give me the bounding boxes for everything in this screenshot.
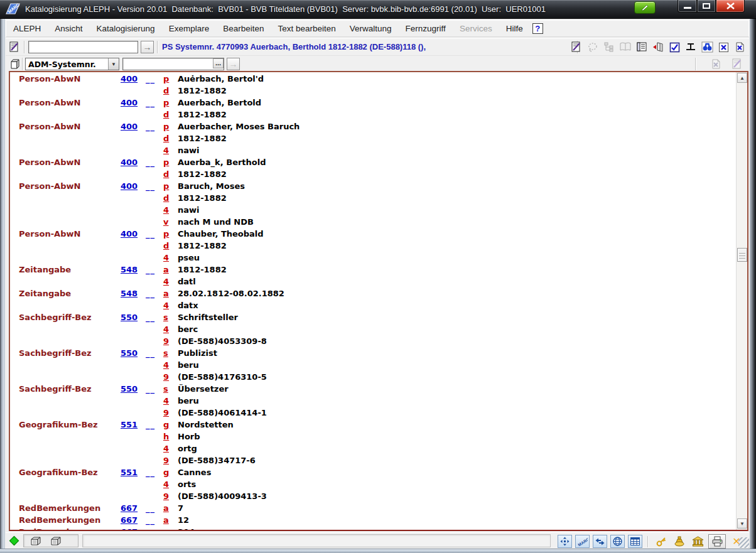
- marc-mode-button[interactable]: MARC: [575, 535, 590, 548]
- printer-button[interactable]: [708, 534, 726, 549]
- subfield-value[interactable]: berc: [178, 323, 736, 335]
- field-tag-link[interactable]: 400: [121, 156, 146, 168]
- subfield-value[interactable]: 1812-1882: [178, 264, 736, 276]
- subfield-value[interactable]: Nordstetten: [178, 419, 736, 431]
- menu-ansicht[interactable]: Ansicht: [48, 21, 89, 36]
- minimize-button[interactable]: [678, 0, 697, 13]
- field-label[interactable]: Zeitangabe: [19, 287, 121, 299]
- bank-building-icon[interactable]: [690, 535, 705, 548]
- field-tag-link[interactable]: 550: [121, 347, 146, 359]
- field-tag-link[interactable]: 548: [121, 287, 146, 299]
- system-number-select[interactable]: ADM-Systemnr. ▼: [25, 58, 119, 70]
- menu-katalogisierung[interactable]: Katalogisierung: [90, 21, 162, 36]
- subfield-code[interactable]: s: [163, 347, 178, 359]
- edit-record-icon[interactable]: [570, 40, 583, 54]
- field-tag-link[interactable]: 667: [121, 502, 146, 514]
- subfield-value[interactable]: (DE-588)4176310-5: [178, 371, 736, 383]
- subfield-code[interactable]: d: [163, 240, 178, 252]
- scrollbar-thumb[interactable]: [737, 248, 747, 262]
- subfield-value[interactable]: Horb: [178, 431, 736, 443]
- check-record-icon[interactable]: [667, 40, 681, 54]
- field-label[interactable]: Person-AbwN: [19, 228, 121, 240]
- system-number-input[interactable]: [122, 58, 224, 70]
- subfield-value[interactable]: (DE-588)4009413-3: [178, 490, 736, 502]
- subfield-value[interactable]: pseu: [178, 252, 736, 264]
- subfield-code[interactable]: 9: [163, 490, 178, 502]
- subfield-code[interactable]: s: [163, 383, 178, 395]
- subfield-code[interactable]: d: [163, 168, 178, 180]
- subfield-code[interactable]: 4: [163, 276, 178, 287]
- subfield-code[interactable]: 4: [163, 478, 178, 490]
- field-tag-link[interactable]: 400: [121, 97, 146, 109]
- subfield-value[interactable]: datx: [178, 299, 736, 311]
- search-binoculars-icon[interactable]: [700, 40, 714, 54]
- subfield-code[interactable]: p: [163, 156, 178, 168]
- globe-button[interactable]: [610, 535, 625, 548]
- subfield-value[interactable]: nach M und NDB: [178, 216, 736, 228]
- subfield-value[interactable]: orts: [178, 478, 736, 490]
- subfield-value[interactable]: beru: [178, 395, 736, 407]
- menu-bearbeiten[interactable]: Bearbeiten: [216, 21, 271, 36]
- subfield-code[interactable]: 4: [163, 323, 178, 335]
- field-label[interactable]: Person-AbwN: [19, 156, 121, 168]
- swap-arrows-button[interactable]: [593, 535, 607, 548]
- subfield-code[interactable]: 4: [163, 204, 178, 216]
- menu-text-bearbeiten[interactable]: Text bearbeiten: [271, 21, 342, 36]
- subfield-code[interactable]: p: [163, 73, 178, 85]
- field-label[interactable]: Zeitangabe: [19, 264, 121, 276]
- subfield-code[interactable]: 9: [163, 371, 178, 383]
- admin-go-button[interactable]: →: [227, 58, 240, 70]
- field-tag-link[interactable]: 550: [121, 383, 146, 395]
- subfield-code[interactable]: d: [163, 132, 178, 144]
- subfield-code[interactable]: 9: [163, 335, 178, 347]
- field-label[interactable]: Person-AbwN: [19, 73, 121, 85]
- field-label[interactable]: Sachbegriff-Bez: [19, 383, 121, 395]
- subfield-code[interactable]: 4: [163, 443, 178, 454]
- subfield-value[interactable]: Schriftsteller: [178, 311, 736, 323]
- subfield-value[interactable]: Auėrbach, Bertol'd: [178, 73, 736, 85]
- maximize-button[interactable]: [697, 0, 716, 13]
- subfield-value[interactable]: Baruch, Moses: [178, 180, 736, 192]
- record-go-button[interactable]: →: [141, 41, 154, 53]
- subfield-code[interactable]: s: [163, 311, 178, 323]
- subfield-value[interactable]: 1812-1882: [178, 192, 736, 204]
- subfield-value[interactable]: Auerbach, Bertold: [178, 97, 736, 109]
- subfield-code[interactable]: a: [163, 526, 178, 530]
- subfield-code[interactable]: 4: [163, 299, 178, 311]
- subfield-code[interactable]: g: [163, 466, 178, 478]
- subfield-code[interactable]: d: [163, 109, 178, 121]
- subfield-code[interactable]: 4: [163, 359, 178, 371]
- field-tag-link[interactable]: 548: [121, 264, 146, 276]
- menu-verwaltung[interactable]: Verwaltung: [343, 21, 399, 36]
- help-icon[interactable]: ?: [532, 23, 543, 34]
- scroll-up-icon[interactable]: ▲: [737, 73, 747, 83]
- field-label[interactable]: Geografikum-Bez: [19, 419, 121, 431]
- field-tag-link[interactable]: 551: [121, 419, 146, 431]
- close-all-records-icon[interactable]: [733, 40, 747, 54]
- field-tag-link[interactable]: 667: [121, 514, 146, 526]
- subfield-value[interactable]: datl: [178, 276, 736, 287]
- field-tag-link[interactable]: 400: [121, 73, 146, 85]
- ellipsis-button[interactable]: ...: [213, 58, 224, 68]
- exit-record-icon[interactable]: [651, 40, 665, 54]
- subfield-value[interactable]: ortg: [178, 443, 736, 454]
- field-label[interactable]: Sachbegriff-Bez: [19, 311, 121, 323]
- field-label[interactable]: RedBemerkungen: [19, 526, 121, 530]
- subfield-value[interactable]: Chauber, Theobald: [178, 228, 736, 240]
- subfield-value[interactable]: Cannes: [178, 466, 736, 478]
- subfield-value[interactable]: 1812-1882: [178, 240, 736, 252]
- subfield-value[interactable]: nawi: [178, 204, 736, 216]
- subfield-value[interactable]: 12: [178, 514, 736, 526]
- field-tag-link[interactable]: 550: [121, 311, 146, 323]
- subfield-code[interactable]: 4: [163, 252, 178, 264]
- menu-aleph[interactable]: ALEPH: [6, 21, 48, 36]
- subfield-code[interactable]: a: [163, 502, 178, 514]
- subfield-value[interactable]: beru: [178, 359, 736, 371]
- subfield-code[interactable]: a: [163, 287, 178, 299]
- subfield-value[interactable]: 1812-1882: [178, 168, 736, 180]
- field-label[interactable]: Geografikum-Bez: [19, 466, 121, 478]
- scroll-down-icon[interactable]: ▼: [737, 518, 747, 529]
- subfield-code[interactable]: g: [163, 419, 178, 431]
- subfield-value[interactable]: 304: [178, 526, 736, 530]
- key-icon[interactable]: [654, 535, 669, 548]
